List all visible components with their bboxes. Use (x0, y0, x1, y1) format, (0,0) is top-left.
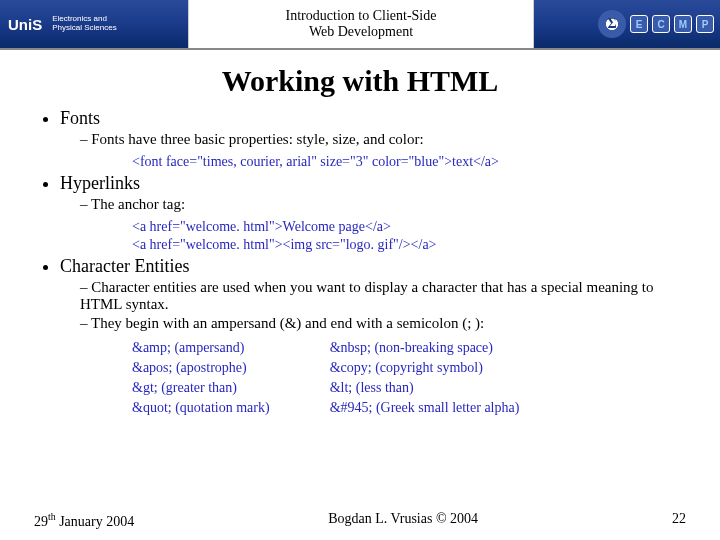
dept-text: Electronics and Physical Sciences (52, 15, 116, 33)
header-banner: UniS Electronics and Physical Sciences I… (0, 0, 720, 50)
fonts-sub: Fonts have three basic properties: style… (80, 131, 682, 148)
banner-left: UniS Electronics and Physical Sciences (0, 0, 188, 48)
badge-p: P (696, 15, 714, 33)
banner-title: Introduction to Client-Side Web Developm… (188, 0, 534, 48)
entity-item: &nbsp; (non-breaking space) (330, 340, 520, 356)
entity-item: &amp; (ampersand) (132, 340, 270, 356)
slide-title: Working with HTML (0, 64, 720, 98)
entity-item: &copy; (copyright symbol) (330, 360, 520, 376)
hyperlinks-sub: The anchor tag: (80, 196, 682, 213)
footer-date: 29th January 2004 (34, 511, 134, 530)
footer-author: Bogdan L. Vrusias © 2004 (328, 511, 478, 530)
entity-col-left: &amp; (ampersand) &apos; (apostrophe) &g… (132, 338, 270, 418)
entity-item: &#945; (Greek small letter alpha) (330, 400, 520, 416)
entity-item: &quot; (quotation mark) (132, 400, 270, 416)
fonts-code: <font face="times, courier, arial" size=… (132, 154, 682, 170)
sigma-icon: Σ (598, 10, 626, 38)
footer: 29th January 2004 Bogdan L. Vrusias © 20… (0, 511, 720, 530)
hyperlinks-code-1: <a href="welcome. html">Welcome page</a> (132, 219, 682, 235)
entities-sub-2: They begin with an ampersand (&) and end… (80, 315, 682, 332)
entity-item: &lt; (less than) (330, 380, 520, 396)
badge-e: E (630, 15, 648, 33)
badge-c: C (652, 15, 670, 33)
badge-m: M (674, 15, 692, 33)
banner-right: Σ E C M P (534, 0, 720, 48)
uni-logo-text: UniS (8, 16, 42, 33)
footer-page: 22 (672, 511, 686, 530)
entities-sub-1: Character entities are used when you wan… (80, 279, 682, 313)
entity-col-right: &nbsp; (non-breaking space) &copy; (copy… (330, 338, 520, 418)
entity-item: &gt; (greater than) (132, 380, 270, 396)
entity-item: &apos; (apostrophe) (132, 360, 270, 376)
entity-table: &amp; (ampersand) &apos; (apostrophe) &g… (132, 338, 682, 418)
bullet-fonts: Fonts Fonts have three basic properties:… (60, 108, 682, 170)
hyperlinks-code-2: <a href="welcome. html"><img src="logo. … (132, 237, 682, 253)
bullet-hyperlinks: Hyperlinks The anchor tag: <a href="welc… (60, 173, 682, 253)
slide-content: Fonts Fonts have three basic properties:… (0, 108, 720, 418)
bullet-entities: Character Entities Character entities ar… (60, 256, 682, 418)
